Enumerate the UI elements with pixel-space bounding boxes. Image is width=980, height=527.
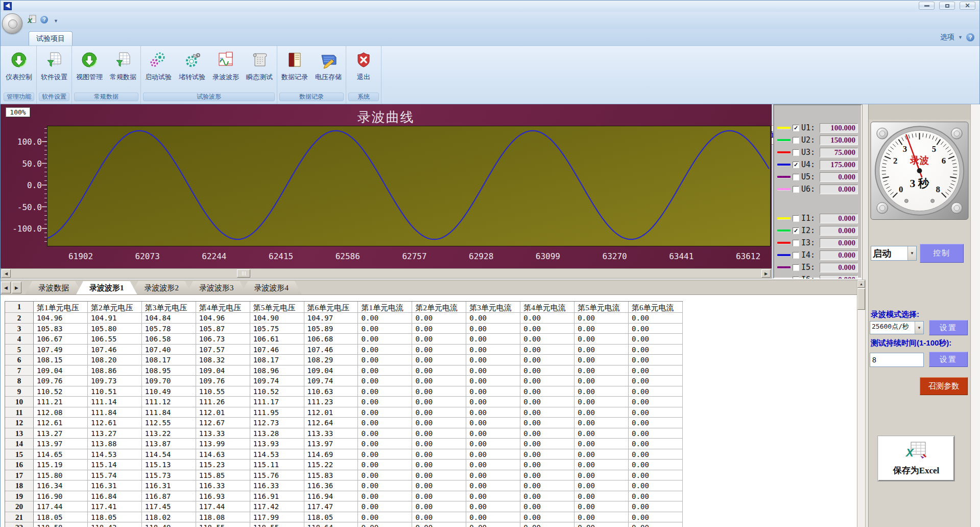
column-header-cell[interactable]: 第5单元电压 xyxy=(250,302,304,313)
data-cell[interactable]: 0.00 xyxy=(629,522,683,527)
data-cell[interactable]: 0.00 xyxy=(629,439,683,449)
data-cell[interactable]: 106.55 xyxy=(88,334,142,345)
application-menu-button[interactable] xyxy=(2,13,22,34)
data-cell[interactable]: 104.84 xyxy=(142,313,196,324)
column-header-cell[interactable]: 第2单元电流 xyxy=(412,302,466,313)
data-cell[interactable]: 0.00 xyxy=(629,397,683,407)
data-cell[interactable]: 0.00 xyxy=(520,386,575,397)
data-cell[interactable]: 116.31 xyxy=(88,480,142,491)
ribbon-button[interactable]: 仪表控制 xyxy=(3,50,35,82)
data-cell[interactable]: 111.21 xyxy=(34,397,88,407)
column-header-cell[interactable]: 第1单元电压 xyxy=(34,302,88,313)
data-cell[interactable]: 0.00 xyxy=(358,334,412,345)
column-header-cell[interactable]: 第6单元电压 xyxy=(304,302,358,313)
data-cell[interactable]: 0.00 xyxy=(629,334,683,345)
data-cell[interactable]: 107.46 xyxy=(88,345,142,355)
data-cell[interactable]: 0.00 xyxy=(575,324,629,334)
channel-checkbox[interactable]: ✓ xyxy=(793,125,799,131)
data-cell[interactable]: 108.17 xyxy=(142,355,196,365)
data-cell[interactable]: 106.58 xyxy=(142,334,196,345)
column-header-cell[interactable]: 第6单元电流 xyxy=(629,302,683,313)
data-cell[interactable]: 108.96 xyxy=(250,365,304,376)
data-cell[interactable]: 0.00 xyxy=(629,512,683,523)
data-cell[interactable]: 109.70 xyxy=(142,376,196,386)
data-cell[interactable]: 115.74 xyxy=(88,470,142,481)
sheet-tab[interactable]: 录波波形2 xyxy=(131,281,193,294)
data-cell[interactable]: 115.14 xyxy=(88,460,142,470)
data-cell[interactable]: 110.52 xyxy=(250,386,304,397)
dropdown-arrow-icon[interactable]: ▼ xyxy=(907,246,916,260)
restore-button[interactable] xyxy=(939,2,955,10)
data-cell[interactable]: 0.00 xyxy=(575,313,629,324)
data-cell[interactable]: 109.04 xyxy=(196,365,250,376)
data-cell[interactable]: 0.00 xyxy=(575,397,629,407)
data-cell[interactable]: 0.00 xyxy=(412,313,466,324)
data-cell[interactable]: 0.00 xyxy=(358,324,412,334)
data-cell[interactable]: 116.84 xyxy=(88,491,142,502)
data-cell[interactable]: 0.00 xyxy=(520,428,575,439)
column-header-cell[interactable]: 第4单元电压 xyxy=(196,302,250,313)
data-cell[interactable]: 111.23 xyxy=(304,397,358,407)
data-cell[interactable]: 0.00 xyxy=(358,439,412,449)
duration-input[interactable] xyxy=(870,353,924,367)
sheet-tab[interactable]: 录波数据 xyxy=(25,281,82,294)
data-cell[interactable]: 107.57 xyxy=(196,345,250,355)
data-cell[interactable]: 0.00 xyxy=(520,470,575,481)
right-scrollbar[interactable] xyxy=(970,104,980,527)
data-cell[interactable]: 105.89 xyxy=(304,324,358,334)
data-cell[interactable]: 0.00 xyxy=(575,470,629,481)
set-duration-button[interactable]: 设置 xyxy=(929,352,968,367)
data-cell[interactable]: 0.00 xyxy=(412,491,466,502)
data-cell[interactable]: 0.00 xyxy=(520,512,575,523)
data-cell[interactable]: 0.00 xyxy=(629,501,683,512)
data-cell[interactable]: 113.27 xyxy=(88,428,142,439)
data-cell[interactable]: 0.00 xyxy=(575,355,629,365)
data-cell[interactable]: 0.00 xyxy=(466,512,520,523)
data-cell[interactable]: 112.61 xyxy=(34,418,88,428)
data-cell[interactable]: 116.91 xyxy=(250,491,304,502)
data-cell[interactable]: 0.00 xyxy=(629,460,683,470)
data-cell[interactable]: 0.00 xyxy=(466,439,520,449)
ribbon-button[interactable]: 软件设置 xyxy=(38,50,70,82)
data-cell[interactable]: 111.26 xyxy=(196,397,250,407)
control-button[interactable]: 控制 xyxy=(920,244,964,263)
data-cell[interactable]: 109.76 xyxy=(34,376,88,386)
data-cell[interactable]: 0.00 xyxy=(629,491,683,502)
data-cell[interactable]: 112.67 xyxy=(196,418,250,428)
scrollbar-thumb[interactable] xyxy=(237,269,250,278)
channel-checkbox[interactable] xyxy=(793,186,799,193)
data-cell[interactable]: 115.83 xyxy=(304,470,358,481)
data-cell[interactable]: 0.00 xyxy=(412,324,466,334)
data-cell[interactable]: 0.00 xyxy=(520,418,575,428)
channel-checkbox[interactable]: ✓ xyxy=(793,227,799,234)
data-cell[interactable]: 0.00 xyxy=(412,501,466,512)
data-cell[interactable]: 111.84 xyxy=(142,407,196,418)
data-cell[interactable]: 0.00 xyxy=(575,501,629,512)
data-cell[interactable]: 0.00 xyxy=(412,460,466,470)
data-cell[interactable]: 0.00 xyxy=(575,334,629,345)
data-cell[interactable]: 112.01 xyxy=(304,407,358,418)
data-cell[interactable]: 0.00 xyxy=(575,418,629,428)
data-cell[interactable]: 108.32 xyxy=(196,355,250,365)
data-cell[interactable]: 0.00 xyxy=(466,418,520,428)
data-cell[interactable]: 113.33 xyxy=(196,428,250,439)
data-cell[interactable]: 106.73 xyxy=(196,334,250,345)
data-cell[interactable]: 0.00 xyxy=(466,480,520,491)
data-cell[interactable]: 0.00 xyxy=(575,480,629,491)
data-cell[interactable]: 0.00 xyxy=(520,439,575,449)
data-cell[interactable]: 115.85 xyxy=(196,470,250,481)
data-cell[interactable]: 0.00 xyxy=(412,480,466,491)
data-cell[interactable]: 0.00 xyxy=(466,334,520,345)
data-cell[interactable]: 114.65 xyxy=(34,449,88,460)
data-cell[interactable]: 0.00 xyxy=(520,522,575,527)
data-cell[interactable]: 0.00 xyxy=(575,376,629,386)
data-cell[interactable]: 0.00 xyxy=(520,460,575,470)
data-cell[interactable]: 0.00 xyxy=(466,313,520,324)
sheet-tab[interactable]: 录波波形1 xyxy=(76,281,137,294)
data-cell[interactable]: 116.33 xyxy=(250,480,304,491)
data-cell[interactable]: 0.00 xyxy=(466,491,520,502)
data-cell[interactable]: 116.93 xyxy=(196,491,250,502)
channel-checkbox[interactable] xyxy=(793,264,799,271)
data-cell[interactable]: 0.00 xyxy=(412,428,466,439)
data-cell[interactable]: 0.00 xyxy=(466,365,520,376)
